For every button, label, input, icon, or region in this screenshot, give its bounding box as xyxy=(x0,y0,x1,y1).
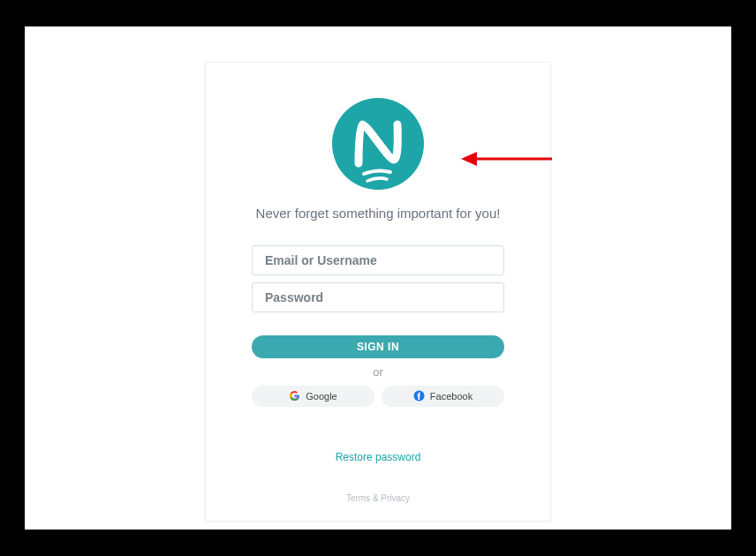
email-field[interactable] xyxy=(252,245,504,275)
password-field[interactable] xyxy=(252,282,504,312)
google-label: Google xyxy=(306,391,336,402)
brand-logo xyxy=(332,98,424,190)
social-row: Google Facebook xyxy=(252,386,504,407)
page-wrapper: Never forget something important for you… xyxy=(25,26,731,530)
terms-privacy-link[interactable]: Terms & Privacy xyxy=(346,493,410,503)
google-signin-button[interactable]: Google xyxy=(252,386,374,407)
facebook-signin-button[interactable]: Facebook xyxy=(382,386,504,407)
facebook-label: Facebook xyxy=(430,391,472,402)
facebook-icon xyxy=(413,390,425,403)
divider-text: or xyxy=(373,365,383,379)
tagline: Never forget something important for you… xyxy=(256,206,501,221)
signin-button[interactable]: SIGN IN xyxy=(252,335,504,358)
google-icon xyxy=(289,390,300,403)
restore-password-link[interactable]: Restore password xyxy=(336,451,421,463)
login-card: Never forget something important for you… xyxy=(205,62,551,522)
logo-icon xyxy=(332,98,424,190)
